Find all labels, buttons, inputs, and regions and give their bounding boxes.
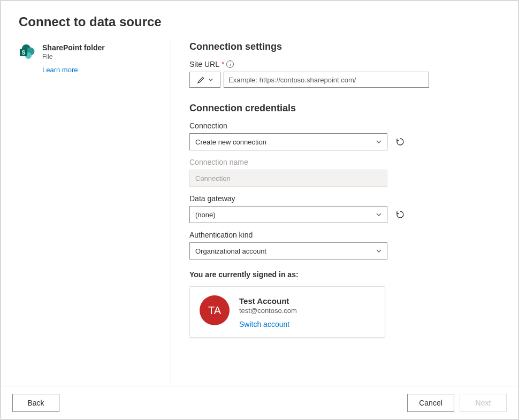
learn-more-link[interactable]: Learn more [42, 66, 160, 74]
svg-text:S: S [22, 50, 26, 56]
source-panel: S SharePoint folder File Learn more [19, 41, 171, 386]
next-button: Next [460, 394, 507, 412]
refresh-gateway-button[interactable] [395, 209, 406, 220]
data-gateway-label: Data gateway [189, 194, 500, 203]
refresh-icon [395, 210, 405, 219]
connection-select[interactable]: Create new connection [189, 133, 387, 150]
site-url-input[interactable] [224, 72, 429, 88]
switch-account-link[interactable]: Switch account [239, 320, 297, 329]
dialog-footer: Back Cancel Next [1, 386, 518, 419]
chevron-down-icon [376, 248, 382, 254]
info-icon[interactable]: i [226, 60, 234, 68]
refresh-connection-button[interactable] [395, 136, 406, 147]
connection-credentials-heading: Connection credentials [189, 103, 500, 114]
sharepoint-icon: S [19, 43, 36, 60]
page-title: Connect to data source [19, 14, 500, 29]
site-url-label: Site URL * i [189, 60, 500, 68]
refresh-icon [395, 137, 405, 147]
data-gateway-select[interactable]: (none) [189, 206, 387, 223]
connection-name-input [189, 170, 387, 187]
source-name: SharePoint folder [42, 43, 105, 52]
chevron-down-icon [208, 77, 213, 82]
account-name: Test Account [239, 296, 297, 306]
account-email: test@contoso.com [239, 307, 297, 315]
connection-settings-heading: Connection settings [189, 41, 500, 52]
cancel-button[interactable]: Cancel [407, 394, 454, 412]
settings-panel: Connection settings Site URL * i [171, 41, 500, 386]
connect-data-source-dialog: Connect to data source S Sh [0, 0, 519, 420]
connection-name-label: Connection name [189, 158, 500, 166]
source-subtype: File [42, 53, 105, 60]
auth-kind-label: Authentication kind [189, 231, 500, 239]
account-card: TA Test Account test@contoso.com Switch … [189, 286, 385, 338]
connection-label: Connection [189, 121, 500, 130]
avatar: TA [200, 295, 230, 325]
url-input-mode-button[interactable] [189, 72, 220, 88]
back-button[interactable]: Back [12, 394, 59, 412]
chevron-down-icon [376, 139, 382, 145]
auth-kind-select[interactable]: Organizational account [189, 242, 387, 259]
chevron-down-icon [376, 211, 382, 218]
signed-in-label: You are currently signed in as: [189, 270, 500, 279]
